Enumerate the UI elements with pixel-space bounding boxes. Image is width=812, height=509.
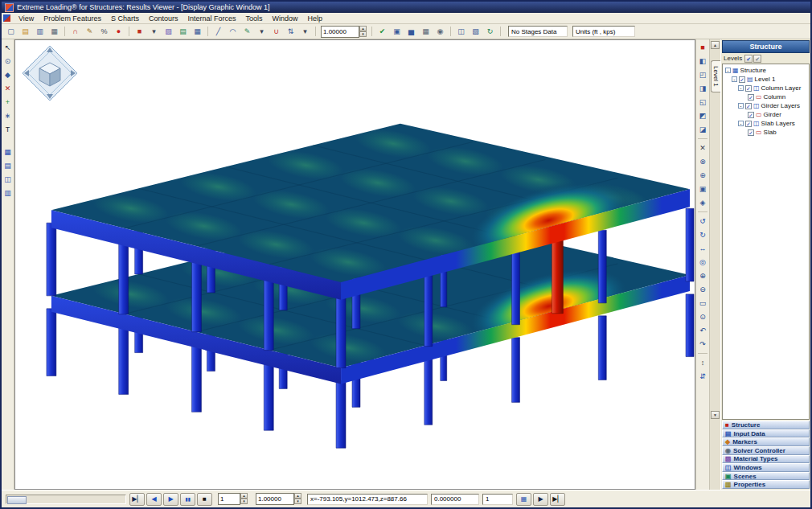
- record-icon[interactable]: ●: [112, 25, 125, 39]
- layers-panel-icon[interactable]: ▦: [2, 146, 14, 158]
- tree-checkbox[interactable]: ✓: [745, 103, 752, 109]
- element-icon[interactable]: ◆: [2, 68, 14, 81]
- panel-tab-input-data[interactable]: ▤ Input Data: [722, 429, 810, 438]
- mesh-grid-icon[interactable]: ▦: [191, 25, 204, 39]
- view-bottom-icon[interactable]: ◪: [696, 123, 709, 136]
- stage-field[interactable]: 1: [482, 494, 513, 505]
- output-panel-icon[interactable]: ◫: [2, 173, 14, 186]
- globe-icon[interactable]: ⊕: [696, 169, 709, 182]
- camera-icon[interactable]: ◉: [433, 25, 447, 39]
- menu-window[interactable]: Window: [267, 14, 302, 23]
- zoom-out-icon[interactable]: ⊖: [696, 283, 709, 296]
- new-file-icon[interactable]: ▢: [4, 25, 18, 39]
- levels-check-all-button[interactable]: ✔: [744, 55, 753, 63]
- print-icon[interactable]: ▦: [47, 25, 61, 39]
- view-previous-icon[interactable]: ↶: [696, 324, 709, 337]
- add-icon[interactable]: +: [2, 96, 14, 109]
- menu-problem-features[interactable]: Problem Features: [39, 14, 106, 23]
- apply-check-icon[interactable]: ✔: [375, 25, 389, 39]
- tree-item-structure[interactable]: - ▦ Structure: [723, 66, 809, 75]
- tree-checkbox[interactable]: ✓: [748, 94, 754, 101]
- burst-icon[interactable]: ∗: [2, 109, 14, 122]
- tree-expander-icon[interactable]: -: [725, 68, 731, 73]
- speed-spinner[interactable]: 1.00000 ▴▾: [256, 493, 301, 505]
- frame-spinner[interactable]: 1 ▴▾: [218, 493, 248, 505]
- menu-internal-forces[interactable]: Internal Forces: [182, 14, 240, 23]
- tree-item-column-layer[interactable]: - ✓ ◫ Column Layer: [723, 84, 809, 92]
- levels-filter-button[interactable]: ✔: [753, 55, 761, 63]
- clip-plane-icon[interactable]: ◈: [696, 196, 709, 209]
- hide-icon[interactable]: ✕: [696, 142, 709, 154]
- panel-tab-material-types[interactable]: ▨ Material Types: [722, 455, 810, 464]
- timeline-scrollbar[interactable]: [6, 495, 126, 504]
- select-arrow-icon[interactable]: ↖: [2, 41, 14, 54]
- panel-tab-solver-controller[interactable]: ◉ Solver Controller: [722, 446, 810, 455]
- tree-item-level-1[interactable]: - ✓ ▤ Level 1: [723, 75, 809, 84]
- tree-expander-icon[interactable]: -: [738, 121, 744, 126]
- chart-icon[interactable]: ▅: [404, 25, 418, 39]
- tree-expander-icon[interactable]: -: [738, 85, 744, 91]
- time-field[interactable]: 0.000000: [431, 494, 479, 505]
- flip-icon[interactable]: ⇅: [284, 25, 297, 39]
- views-panel-icon[interactable]: ▤: [2, 159, 14, 172]
- menu-help[interactable]: Help: [303, 14, 328, 23]
- tree-item-slab-layers[interactable]: - ✓ ◫ Slab Layers: [723, 119, 809, 128]
- walk-icon[interactable]: ↕: [696, 356, 709, 369]
- snap-magnet-icon[interactable]: ∪: [269, 25, 283, 39]
- timeline-handle[interactable]: [7, 496, 27, 504]
- isolate-icon[interactable]: ⊗: [696, 155, 709, 168]
- percent-icon[interactable]: %: [97, 25, 111, 39]
- view-iso-icon[interactable]: ◧: [696, 55, 709, 68]
- viewport-3d[interactable]: [14, 39, 695, 490]
- properties-panel-icon[interactable]: ▥: [2, 187, 14, 199]
- menu-s-charts[interactable]: S Charts: [106, 14, 144, 23]
- draw-line-icon[interactable]: ╱: [211, 25, 225, 39]
- display-scale-spinner[interactable]: 1.00000 ▴▾: [321, 26, 367, 38]
- spin-up-icon[interactable]: ▴: [359, 26, 367, 31]
- view-back-icon[interactable]: ◩: [696, 109, 709, 122]
- tree-item-column[interactable]: ✓ ▭ Column: [723, 92, 809, 101]
- view-next-icon[interactable]: ↷: [696, 338, 709, 351]
- dropdown-icon[interactable]: ▾: [298, 25, 312, 39]
- refresh-icon[interactable]: ↻: [483, 25, 497, 39]
- panel-tab-scenes[interactable]: ▣ Scenes: [722, 472, 810, 481]
- tab-scroll-up-button[interactable]: ▲: [711, 41, 720, 49]
- spin-up-icon[interactable]: ▴: [240, 493, 248, 499]
- frame-value[interactable]: 1: [218, 493, 240, 505]
- coordinates-readout[interactable]: x=-793.105,y=1012.473,z=887.66: [307, 494, 428, 505]
- skip-to-end-button[interactable]: ▶▏: [550, 493, 565, 506]
- orbit-icon[interactable]: ◎: [696, 256, 709, 269]
- spin-up-icon[interactable]: ▴: [294, 493, 301, 499]
- structure-3d-view[interactable]: [15, 40, 695, 489]
- fill-results-icon[interactable]: ■: [133, 25, 146, 39]
- run-stage-button[interactable]: ▶: [533, 493, 548, 506]
- palette-icon[interactable]: ▨: [162, 25, 175, 39]
- stages-field[interactable]: No Stages Data: [508, 26, 568, 37]
- pause-button[interactable]: ▮▮: [180, 493, 195, 506]
- zoom-window-icon[interactable]: ▭: [696, 297, 709, 310]
- delete-icon[interactable]: ✕: [2, 82, 14, 95]
- rotate-ccw-icon[interactable]: ↺: [696, 215, 709, 228]
- table-icon[interactable]: ▦: [419, 25, 433, 39]
- title-bar[interactable]: Extreme Loading® for Structures: Results…: [2, 2, 810, 13]
- panel-tab-windows[interactable]: ◫ Windows: [722, 463, 810, 472]
- play-current-button[interactable]: ▶▏: [129, 493, 145, 506]
- panel-tab-properties[interactable]: ▥ Properties: [722, 480, 810, 489]
- cascade-icon[interactable]: ▧: [469, 25, 482, 39]
- draw-poly-icon[interactable]: ✎: [240, 25, 254, 39]
- zoom-extents-icon[interactable]: ⊙: [696, 310, 709, 323]
- spin-down-icon[interactable]: ▾: [359, 31, 367, 37]
- tab-scroll-down-button[interactable]: ▼: [711, 411, 720, 419]
- spin-icon[interactable]: ⇵: [696, 370, 709, 383]
- view-front-icon[interactable]: ◨: [696, 82, 709, 95]
- tree-checkbox[interactable]: ✓: [748, 112, 754, 118]
- contour-bands-icon[interactable]: ▤: [176, 25, 190, 39]
- view-orientation-gizmo[interactable]: [20, 43, 80, 103]
- tree-checkbox[interactable]: ✓: [748, 129, 754, 136]
- magnet-icon[interactable]: ∩: [68, 25, 82, 39]
- results-cube-icon[interactable]: ■: [696, 41, 709, 54]
- dropdown-icon[interactable]: ▾: [147, 25, 161, 39]
- rotate-cw-icon[interactable]: ↻: [696, 228, 709, 241]
- tree-item-slab[interactable]: ✓ ▭ Slab: [723, 128, 809, 137]
- window-layout-icon[interactable]: ◫: [454, 25, 468, 39]
